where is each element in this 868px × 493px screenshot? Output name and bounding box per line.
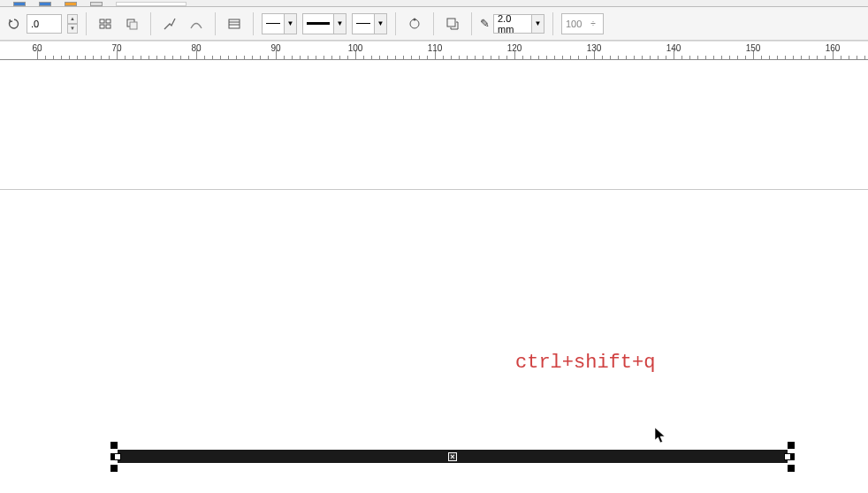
ruler-tick-minor bbox=[85, 56, 86, 59]
ruler-tick-minor bbox=[292, 56, 293, 59]
ruler-tick-minor bbox=[681, 56, 682, 59]
canvas[interactable]: ctrl+shift+q × bbox=[0, 60, 868, 493]
ruler-tick-minor bbox=[801, 56, 802, 59]
ruler-tick-minor bbox=[459, 56, 460, 59]
outline-width-value: 2.0 mm bbox=[494, 13, 531, 34]
ruler-tick-minor bbox=[538, 56, 539, 59]
divider bbox=[395, 12, 396, 35]
ruler-tick-minor bbox=[387, 56, 388, 59]
ruler-tick-minor bbox=[499, 56, 499, 59]
ruler-tick-minor bbox=[93, 56, 94, 59]
ruler-tick-minor bbox=[268, 56, 269, 59]
line-node-handle[interactable] bbox=[114, 453, 121, 460]
divider bbox=[150, 12, 151, 35]
ruler-tick-minor bbox=[610, 56, 611, 59]
rotation-spin-up[interactable]: ▲ bbox=[67, 14, 78, 24]
ruler-tick-minor bbox=[475, 56, 476, 59]
selection-handle[interactable] bbox=[788, 465, 795, 472]
close-curve-icon[interactable] bbox=[404, 13, 425, 34]
selection-handle[interactable] bbox=[788, 442, 795, 449]
bezier-icon[interactable] bbox=[186, 13, 207, 34]
ruler-tick-minor bbox=[379, 56, 380, 59]
duplicate-distance-value: 100 bbox=[566, 19, 587, 29]
duplicate-distance-input[interactable]: 100 ÷ bbox=[561, 13, 604, 34]
ruler-label: 90 bbox=[270, 43, 280, 53]
ruler-tick-minor bbox=[761, 56, 762, 59]
divider bbox=[215, 12, 216, 35]
ruler-label: 80 bbox=[191, 43, 201, 53]
wrap-icon[interactable] bbox=[224, 13, 245, 34]
ruler-tick-minor bbox=[451, 56, 452, 59]
line-style-combo[interactable]: ▼ bbox=[302, 13, 346, 34]
pen-icon: ✎ bbox=[480, 17, 490, 30]
auto-close-icon[interactable] bbox=[442, 13, 463, 34]
ruler-tick-minor bbox=[705, 56, 706, 59]
svg-rect-0 bbox=[100, 19, 104, 23]
ruler-tick-minor bbox=[626, 56, 627, 59]
line-tool-icon[interactable] bbox=[159, 13, 180, 34]
order-icon[interactable] bbox=[121, 13, 142, 34]
rotation-spin-down[interactable]: ▼ bbox=[67, 24, 78, 34]
ruler-tick-minor bbox=[371, 56, 372, 59]
ruler-tick-minor bbox=[530, 56, 531, 59]
ruler-tick-minor bbox=[61, 56, 62, 59]
divider bbox=[552, 12, 553, 35]
ruler-tick-minor bbox=[745, 56, 746, 59]
align-distribute-icon[interactable] bbox=[95, 13, 116, 34]
ruler-tick-minor bbox=[809, 56, 810, 59]
rotation-input[interactable] bbox=[27, 14, 62, 34]
outline-width-group: ✎ 2.0 mm ▼ bbox=[480, 14, 544, 34]
line-node-handle[interactable] bbox=[784, 453, 791, 460]
ruler-tick-minor bbox=[252, 56, 253, 59]
ruler-label: 120 bbox=[507, 43, 522, 53]
ruler-tick-minor bbox=[817, 56, 818, 59]
rotation-spinner[interactable]: ▲ ▼ bbox=[67, 14, 78, 34]
svg-rect-3 bbox=[106, 25, 110, 28]
start-arrowhead-combo[interactable]: ▼ bbox=[262, 13, 297, 34]
ruler-tick-minor bbox=[586, 56, 587, 59]
ruler-tick-minor bbox=[562, 56, 563, 59]
divider bbox=[433, 12, 434, 35]
fragment-icon bbox=[39, 2, 51, 6]
ruler-tick-minor bbox=[554, 56, 555, 59]
ruler-tick-minor bbox=[602, 56, 603, 59]
horizontal-ruler: 60708090100110120130140150160 bbox=[0, 41, 868, 60]
ruler-tick-minor bbox=[825, 56, 826, 59]
ruler-tick-minor bbox=[403, 56, 404, 59]
selection-handle[interactable] bbox=[110, 465, 118, 472]
ruler-tick-minor bbox=[634, 56, 635, 59]
selection-handle[interactable] bbox=[110, 442, 118, 449]
outline-width-combo[interactable]: 2.0 mm ▼ bbox=[493, 14, 544, 34]
selected-line-object[interactable]: × bbox=[110, 447, 795, 466]
ruler-tick-minor bbox=[125, 56, 126, 59]
ruler-tick-minor bbox=[324, 56, 324, 59]
ruler-tick-minor bbox=[316, 56, 316, 59]
ruler-tick-minor bbox=[793, 56, 794, 59]
ruler-tick-minor bbox=[506, 56, 507, 59]
svg-point-10 bbox=[414, 18, 416, 20]
center-marker[interactable]: × bbox=[448, 452, 457, 461]
ruler-tick-minor bbox=[331, 56, 332, 59]
cursor-pointer-icon bbox=[654, 427, 666, 444]
ruler-tick-minor bbox=[864, 56, 865, 59]
ruler-tick-minor bbox=[363, 56, 364, 59]
ruler-tick-minor bbox=[857, 56, 857, 59]
svg-rect-2 bbox=[100, 25, 104, 28]
ruler-tick-minor bbox=[228, 56, 229, 59]
ruler-tick-minor bbox=[713, 56, 714, 59]
svg-rect-5 bbox=[130, 22, 137, 29]
ruler-tick-minor bbox=[133, 56, 133, 59]
ruler-tick-minor bbox=[339, 56, 340, 59]
ruler-tick-minor bbox=[650, 56, 651, 59]
ruler-tick-minor bbox=[180, 56, 181, 59]
divider bbox=[471, 12, 472, 35]
ruler-tick-minor bbox=[467, 56, 468, 59]
end-arrowhead-combo[interactable]: ▼ bbox=[352, 13, 387, 34]
svg-rect-1 bbox=[106, 19, 110, 23]
ruler-label: 70 bbox=[111, 43, 121, 53]
ruler-tick-minor bbox=[148, 56, 149, 59]
ruler-tick-minor bbox=[721, 56, 722, 59]
ruler-tick-minor bbox=[737, 56, 738, 59]
ruler-tick-minor bbox=[570, 56, 571, 59]
ruler-label: 60 bbox=[32, 43, 42, 53]
